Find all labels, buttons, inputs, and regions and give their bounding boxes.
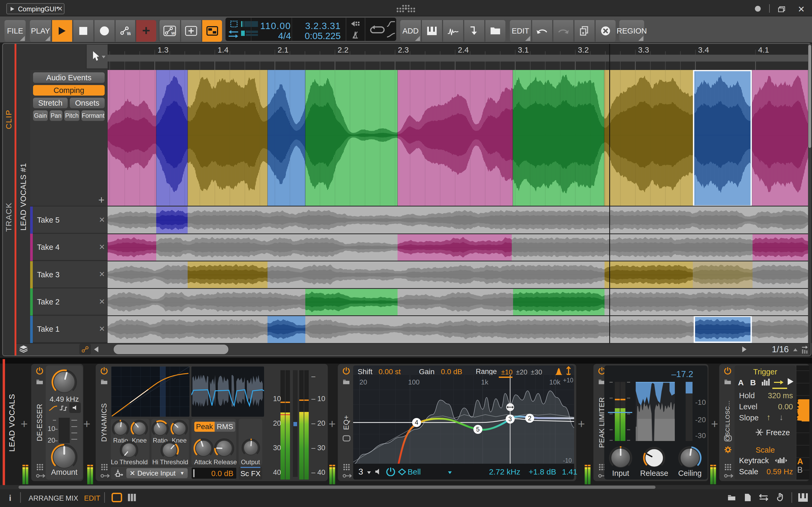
svg-text:+10: +10 xyxy=(563,377,573,384)
svg-text:3: 3 xyxy=(508,415,512,422)
svg-text:20: 20 xyxy=(359,378,367,386)
svg-text:2: 2 xyxy=(528,414,531,422)
svg-text:10k: 10k xyxy=(549,378,561,386)
svg-text:W: W xyxy=(171,31,175,36)
svg-text:100: 100 xyxy=(408,378,419,386)
svg-text:1k: 1k xyxy=(481,378,489,386)
svg-text:5: 5 xyxy=(476,426,479,433)
svg-text:4: 4 xyxy=(415,419,418,426)
svg-text:-10: -10 xyxy=(563,457,572,464)
svg-text:W: W xyxy=(127,31,131,36)
